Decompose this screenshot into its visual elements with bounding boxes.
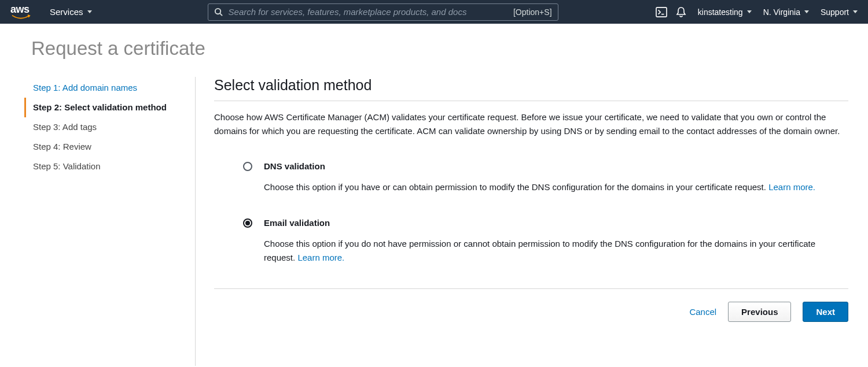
previous-button[interactable]: Previous bbox=[728, 302, 791, 322]
search-icon bbox=[214, 8, 223, 16]
region-name: N. Virginia bbox=[763, 8, 800, 17]
section-description: Choose how AWS Certificate Manager (ACM)… bbox=[214, 110, 848, 138]
option-body-dns: DNS validationChoose this option if you … bbox=[264, 161, 815, 194]
wizard-step-5[interactable]: Step 5: Validation bbox=[24, 157, 195, 176]
wizard-step-3[interactable]: Step 3: Add tags bbox=[24, 117, 195, 137]
learn-more-email[interactable]: Learn more. bbox=[297, 253, 344, 262]
support-label: Support bbox=[821, 8, 849, 17]
search-shortcut: [Option+S] bbox=[513, 8, 552, 17]
learn-more-dns[interactable]: Learn more. bbox=[768, 182, 815, 192]
cloudshell-icon bbox=[656, 7, 667, 17]
aws-logo-text: aws bbox=[10, 3, 31, 16]
caret-down-icon bbox=[747, 10, 752, 13]
caret-down-icon bbox=[87, 10, 92, 13]
option-dns: DNS validationChoose this option if you … bbox=[243, 161, 848, 194]
next-button[interactable]: Next bbox=[803, 302, 848, 322]
page-content: Request a certificate Step 1: Add domain… bbox=[0, 24, 868, 366]
wizard-steps: Step 1: Add domain namesStep 2: Select v… bbox=[31, 77, 196, 366]
search-bar[interactable]: [Option+S] bbox=[208, 3, 558, 21]
aws-logo[interactable]: aws bbox=[10, 3, 31, 20]
caret-down-icon bbox=[804, 10, 809, 13]
validation-options: DNS validationChoose this option if you … bbox=[214, 161, 848, 264]
svg-line-1 bbox=[220, 13, 222, 16]
cloudshell-button[interactable] bbox=[656, 7, 667, 17]
option-body-email: Email validationChoose this option if yo… bbox=[264, 218, 819, 264]
option-email: Email validationChoose this option if yo… bbox=[243, 218, 848, 264]
button-row: Cancel Previous Next bbox=[214, 289, 848, 339]
wizard-main: Select validation method Choose how AWS … bbox=[196, 77, 848, 366]
option-label-email: Email validation bbox=[264, 218, 819, 228]
region-menu[interactable]: N. Virginia bbox=[763, 8, 809, 17]
cancel-button[interactable]: Cancel bbox=[689, 307, 716, 317]
option-desc-dns: Choose this option if you have or can ob… bbox=[264, 180, 815, 194]
option-desc-email: Choose this option if you do not have pe… bbox=[264, 237, 819, 264]
support-menu[interactable]: Support bbox=[821, 8, 858, 17]
caret-down-icon bbox=[853, 10, 858, 13]
top-nav: aws Services [Option+S] bbox=[0, 0, 868, 24]
radio-dns[interactable] bbox=[243, 162, 252, 171]
services-label: Services bbox=[50, 7, 83, 17]
search-input[interactable] bbox=[229, 7, 513, 17]
bell-icon bbox=[676, 6, 686, 18]
option-label-dns: DNS validation bbox=[264, 161, 815, 171]
page-title: Request a certificate bbox=[31, 38, 848, 60]
svg-point-0 bbox=[215, 9, 220, 14]
services-menu[interactable]: Services bbox=[50, 7, 92, 17]
wizard-step-2[interactable]: Step 2: Select validation method bbox=[24, 98, 195, 117]
section-title: Select validation method bbox=[214, 77, 848, 101]
wizard-step-4[interactable]: Step 4: Review bbox=[24, 137, 195, 157]
account-name: kinstatesting bbox=[698, 8, 743, 17]
account-menu[interactable]: kinstatesting bbox=[698, 8, 752, 17]
notifications-button[interactable] bbox=[676, 6, 686, 18]
svg-rect-2 bbox=[656, 7, 667, 16]
radio-email[interactable] bbox=[243, 218, 252, 228]
wizard-step-1[interactable]: Step 1: Add domain names bbox=[24, 78, 195, 98]
